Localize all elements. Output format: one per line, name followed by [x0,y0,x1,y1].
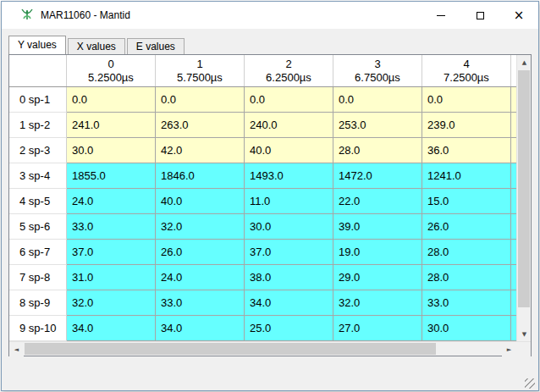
table-cell[interactable]: 28.0 [422,265,511,290]
table-cell[interactable]: 30.0 [422,316,511,341]
table-row: 3 sp-41855.01846.01493.01472.01241.01 [9,163,516,189]
row-header[interactable]: 9 sp-10 [9,316,67,341]
table-row: 9 sp-1034.034.025.027.030.03 [9,316,516,341]
table-cell[interactable]: 42.0 [156,138,245,163]
table-cell[interactable]: 241.0 [67,113,156,138]
mantid-logo-icon [20,8,34,22]
scroll-up-button[interactable]: ▲ [517,55,531,69]
table-cell[interactable]: 26.0 [422,214,511,240]
table-cell[interactable]: 33.0 [67,214,156,240]
data-table: 05.2500µs15.7500µs26.2500µs36.7500µs47.2… [8,54,532,356]
table-row: 4 sp-524.040.011.022.015.02 [9,189,516,214]
row-header[interactable]: 1 sp-2 [9,113,67,138]
table-cell[interactable]: 15.0 [422,189,511,214]
table-cell[interactable]: 26.0 [156,240,245,265]
table-cell[interactable]: 32.0 [67,290,156,316]
table-cell[interactable]: 24.0 [67,189,156,214]
tab-y-values[interactable]: Y values [8,36,66,54]
table-grid: 05.2500µs15.7500µs26.2500µs36.7500µs47.2… [9,55,516,341]
table-cell[interactable]: 32.0 [156,214,245,240]
table-cell[interactable]: 27.0 [333,316,422,341]
table-cell[interactable]: 0.0 [156,87,245,113]
table-cell[interactable]: 1493.0 [245,163,333,189]
table-cell[interactable]: 1241.0 [422,163,511,189]
vertical-scrollbar[interactable]: ▲ ▼ [516,55,531,341]
scroll-left-button[interactable]: ◄ [9,342,24,356]
column-header[interactable]: 47.2500µs [422,55,511,86]
corner-cell[interactable] [9,55,67,86]
close-icon: × [514,9,525,22]
table-cell[interactable]: 40.0 [156,189,245,214]
table-cell[interactable]: 38.0 [245,265,333,290]
table-main: 05.2500µs15.7500µs26.2500µs36.7500µs47.2… [9,55,531,341]
scroll-up-icon: ▲ [522,59,526,66]
table-cell[interactable]: 33.0 [422,290,511,316]
table-cell[interactable]: 0.0 [422,87,511,113]
row-header[interactable]: 4 sp-5 [9,189,67,214]
column-header[interactable]: 36.7500µs [333,55,422,86]
table-row: 7 sp-831.024.038.029.028.02 [9,265,516,290]
table-cell[interactable]: 29.0 [333,265,422,290]
table-cell[interactable]: 37.0 [67,240,156,265]
table-cell[interactable]: 37.0 [245,240,333,265]
table-cell[interactable]: 19.0 [333,240,422,265]
table-cell[interactable]: 0.0 [67,87,156,113]
table-cell[interactable]: 33.0 [156,290,245,316]
table-cell[interactable]: 28.0 [333,138,422,163]
column-header[interactable]: 05.2500µs [67,55,156,86]
maximize-button[interactable] [460,2,499,29]
row-header[interactable]: 7 sp-8 [9,265,67,290]
window-controls: × [422,2,538,29]
row-header[interactable]: 8 sp-9 [9,290,67,316]
table-cell[interactable]: 30.0 [245,214,333,240]
resize-grip-icon[interactable] [525,378,535,389]
minimize-button[interactable] [422,2,460,29]
scroll-right-button[interactable]: ► [502,342,516,356]
table-cell[interactable]: 34.0 [245,290,333,316]
horizontal-scrollbar[interactable]: ◄ ► [9,342,516,356]
column-header[interactable]: 15.7500µs [156,55,245,86]
table-cell[interactable]: 11.0 [245,189,333,214]
vertical-scroll-track[interactable] [517,69,531,327]
row-header[interactable]: 6 sp-7 [9,240,67,265]
table-row: 8 sp-932.033.034.032.033.03 [9,290,516,316]
table-cell[interactable]: 40.0 [245,138,333,163]
row-header[interactable]: 2 sp-3 [9,138,67,163]
table-cell[interactable]: 0.0 [333,87,422,113]
table-cell[interactable]: 24.0 [156,265,245,290]
table-cell[interactable]: 239.0 [422,113,511,138]
table-cell[interactable]: 240.0 [245,113,333,138]
table-cell[interactable]: 263.0 [156,113,245,138]
vertical-scroll-thumb[interactable] [518,70,530,307]
tab-e-values[interactable]: E values [127,38,185,54]
scroll-left-icon: ◄ [14,346,19,353]
table-cell[interactable]: 34.0 [67,316,156,341]
table-cell[interactable]: 36.0 [422,138,511,163]
scroll-down-button[interactable]: ▼ [517,327,531,341]
tab-x-values[interactable]: X values [68,38,125,54]
close-button[interactable]: × [499,2,538,29]
table-cell[interactable]: 1855.0 [67,163,156,189]
header-row: 05.2500µs15.7500µs26.2500µs36.7500µs47.2… [9,55,516,87]
column-header[interactable]: 26.2500µs [245,55,333,86]
table-cell[interactable]: 253.0 [333,113,422,138]
row-header[interactable]: 0 sp-1 [9,87,67,113]
horizontal-scrollbar-row: ◄ ► [9,341,531,356]
table-cell[interactable]: 34.0 [156,316,245,341]
window-title: MAR11060 - Mantid [41,9,422,21]
table-cell[interactable]: 22.0 [333,189,422,214]
table-cell[interactable]: 25.0 [245,316,333,341]
horizontal-scroll-track[interactable] [24,342,502,356]
table-cell[interactable]: 1472.0 [333,163,422,189]
table-cell[interactable]: 31.0 [67,265,156,290]
horizontal-scroll-thumb[interactable] [25,343,436,355]
table-cell[interactable]: 0.0 [245,87,333,113]
table-cell[interactable]: 30.0 [67,138,156,163]
table-cell[interactable]: 32.0 [333,290,422,316]
table-cell[interactable]: 1846.0 [156,163,245,189]
row-header[interactable]: 5 sp-6 [9,214,67,240]
row-header[interactable]: 3 sp-4 [9,163,67,189]
scroll-right-icon: ► [507,346,511,353]
table-cell[interactable]: 28.0 [422,240,511,265]
table-cell[interactable]: 39.0 [333,214,422,240]
